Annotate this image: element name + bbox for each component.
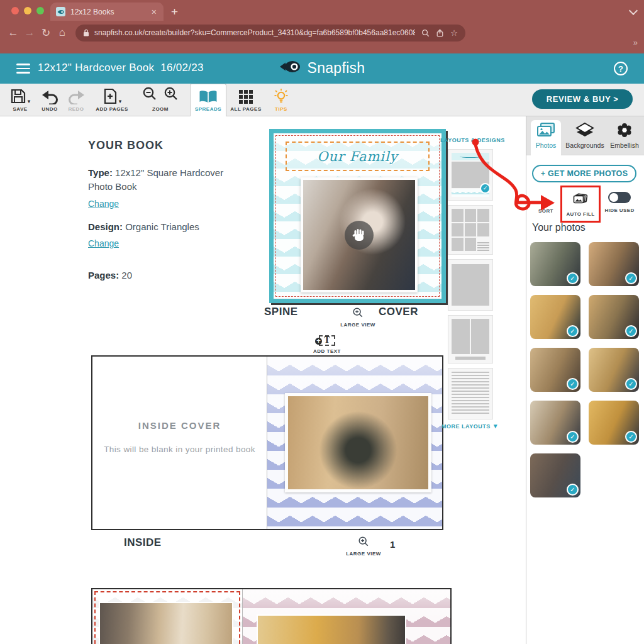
used-check-badge: ✓ (567, 431, 579, 443)
page-one-photo[interactable] (285, 393, 431, 492)
chevron-down-icon[interactable] (629, 6, 638, 15)
tips-button[interactable]: TIPS (267, 87, 296, 112)
spine-label: SPINE (264, 306, 298, 318)
your-photos-heading: Your photos (532, 222, 586, 233)
photo-thumbnail[interactable]: ✓ (530, 401, 580, 445)
layout-thumbnail-grid-nine[interactable] (448, 205, 493, 255)
layout-thumbnail-single-photo[interactable] (448, 259, 493, 311)
snapfish-builder-screen: 12x12 Books × + ← → ↻ ⌂ snapfish.co.uk/c… (0, 0, 644, 644)
chrome-overflow-chevrons[interactable]: » (633, 38, 638, 47)
photo-thumbnail[interactable]: ✓ (589, 242, 639, 286)
view-all-pages-button[interactable]: ALL PAGES (228, 87, 264, 112)
browser-navbar: ← → ↻ ⌂ snapfish.co.uk/create/builder?sk… (0, 21, 644, 45)
photo-thumbnail[interactable]: ✓ (530, 348, 580, 392)
page-three-right[interactable] (242, 589, 450, 644)
photo-grid: ✓✓✓✓✓✓✓✓✓ (530, 242, 639, 497)
cover-label: COVER (379, 306, 418, 318)
help-button[interactable]: ? (614, 62, 628, 75)
home-icon[interactable]: ⌂ (54, 26, 70, 39)
bookmark-star-icon[interactable]: ☆ (450, 28, 458, 38)
inside-cover-left-page: INSIDE COVER This will be blank in your … (92, 357, 267, 529)
page-number: 1 (390, 539, 395, 550)
window-controls[interactable] (11, 7, 44, 14)
more-layouts-button[interactable]: MORE LAYOUTS ▼ (441, 423, 499, 430)
cover-photo[interactable] (301, 177, 418, 292)
page-two-left[interactable] (92, 589, 242, 644)
zoom-in-icon[interactable] (163, 86, 179, 104)
layouts-heading: LAYOUTS & DESIGNS (440, 137, 505, 143)
inside-cover-spread[interactable]: INSIDE COVER This will be blank in your … (91, 355, 443, 530)
zoom-controls[interactable]: ZOOM (140, 87, 181, 112)
tab-photos[interactable]: Photos (531, 120, 561, 155)
change-type-link[interactable]: Change (88, 199, 119, 209)
add-text-button[interactable]: T+ ADD TEXT (305, 335, 349, 354)
book-pages-line: Pages: 20 (88, 269, 239, 282)
inside-cover-title: INSIDE COVER (92, 420, 267, 431)
undo-button[interactable]: UNDO (36, 87, 63, 112)
page-three-photo[interactable] (257, 614, 406, 644)
get-more-photos-button[interactable]: + GET MORE PHOTOS (532, 165, 636, 182)
photo-thumbnail[interactable]: ✓ (589, 348, 639, 392)
minimize-window-button[interactable] (24, 7, 31, 14)
photo-thumbnail[interactable]: ✓ (530, 242, 580, 286)
lock-icon (83, 29, 89, 36)
page-one-right[interactable] (267, 357, 442, 529)
book-design-line: Design: Organic Triangles (88, 220, 239, 234)
app-header: 12x12" Hardcover Book16/02/23 Snapfish ? (0, 53, 644, 84)
share-icon[interactable] (436, 29, 444, 37)
photo-thumbnail[interactable]: ✓ (589, 295, 639, 339)
inside-large-view-button[interactable]: LARGE VIEW (341, 536, 386, 557)
zoom-out-icon[interactable] (142, 86, 158, 104)
large-view-magnifier-icon (358, 536, 369, 547)
embellish-flower-icon (607, 120, 642, 140)
add-text-icon: T+ (319, 335, 335, 346)
photo-thumbnail[interactable]: ✓ (589, 401, 639, 445)
layout-list: ✓ (448, 149, 493, 424)
back-icon[interactable]: ← (5, 26, 21, 39)
view-spreads-button[interactable]: SPREADS (190, 87, 226, 112)
change-design-link[interactable]: Change (88, 238, 119, 248)
new-tab-button[interactable]: + (171, 5, 178, 19)
close-window-button[interactable] (11, 7, 19, 14)
cover-title-textbox[interactable]: Our Family (286, 142, 430, 171)
cover-large-view-button[interactable]: LARGE VIEW (336, 307, 380, 328)
tips-lightbulb-icon (267, 87, 296, 104)
sort-button[interactable]: SORT (531, 208, 560, 214)
layout-thumbnail-text-page[interactable] (448, 368, 493, 419)
forward-icon[interactable]: → (21, 26, 38, 39)
zoom-window-button[interactable] (36, 7, 44, 14)
redo-button[interactable]: REDO (63, 87, 89, 112)
reload-icon[interactable]: ↻ (38, 26, 54, 40)
browser-tab[interactable]: 12x12 Books × (50, 3, 164, 21)
save-floppy-icon: ▾ (5, 87, 35, 104)
review-and-buy-button[interactable]: REVIEW & BUY > (532, 89, 633, 109)
selected-check-badge: ✓ (480, 183, 491, 194)
add-pages-button[interactable]: ▾ ADD PAGES (93, 87, 131, 112)
inside-label: INSIDE (124, 536, 162, 549)
address-bar[interactable]: snapfish.co.uk/create/builder?sku=Commer… (75, 25, 465, 42)
save-button[interactable]: ▾ SAVE (5, 87, 35, 112)
tab-backgrounds[interactable]: Backgrounds (564, 120, 606, 155)
undo-icon (36, 87, 63, 104)
tab-embellish[interactable]: Embellish (607, 120, 642, 155)
used-check-badge: ✓ (567, 484, 579, 496)
tab-close-icon[interactable]: × (150, 7, 158, 17)
auto-fill-button[interactable] (572, 192, 589, 208)
auto-fill-photos-icon (572, 192, 589, 206)
photo-thumbnail[interactable]: ✓ (530, 295, 580, 339)
cover-spread[interactable]: Our Family (269, 129, 446, 303)
hide-used-toggle[interactable]: HIDE USED (601, 192, 638, 213)
zoom-page-icon[interactable] (421, 29, 430, 37)
add-pages-icon: ▾ (93, 87, 131, 104)
toggle-switch[interactable] (608, 192, 631, 203)
layout-thumbnail-cover-title-photo[interactable]: ✓ (448, 149, 493, 201)
editor-toolbar: ▾ SAVE UNDO REDO ▾ ADD PAGES (0, 84, 644, 116)
book-canvas: YOUR BOOK Type: 12x12" Square Hardcover … (0, 116, 526, 644)
pages-two-three-spread[interactable] (91, 588, 452, 644)
layout-thumbnail-two-photo-caption[interactable] (448, 315, 493, 364)
sidebar-tabs: Photos Backgrounds Embellish (526, 116, 644, 155)
large-view-magnifier-icon (352, 307, 364, 318)
browser-chrome: 12x12 Books × + ← → ↻ ⌂ snapfish.co.uk/c… (0, 0, 644, 53)
photo-thumbnail[interactable]: ✓ (530, 453, 580, 497)
page-two-photo[interactable] (99, 602, 233, 644)
